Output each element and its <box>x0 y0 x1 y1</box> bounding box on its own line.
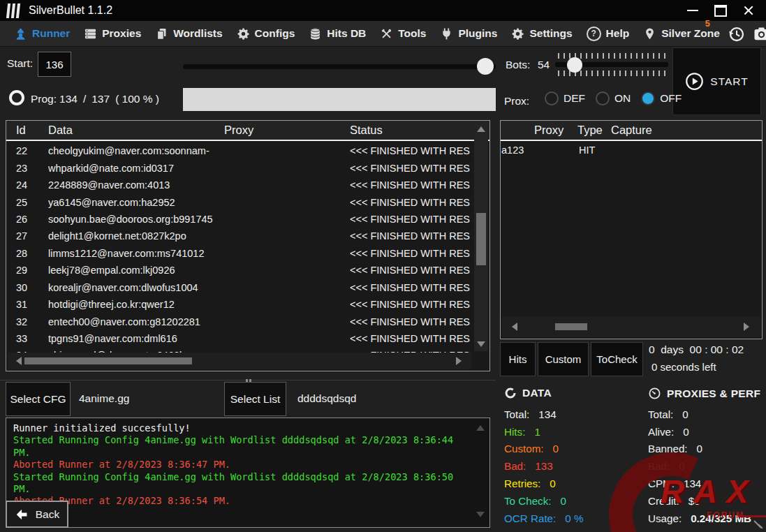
table-row[interactable]: 32 entech00@naver.com:g81202281 <<< FINI… <box>6 313 473 330</box>
table-row[interactable]: 29 leekj78@empal.com:lkj0926 <<< FINISHE… <box>6 262 473 279</box>
nav-item-help[interactable]: ? Help <box>580 27 637 41</box>
log-scroll-down-icon[interactable] <box>476 512 485 517</box>
plug-icon <box>440 27 453 40</box>
camera-icon <box>753 25 766 43</box>
table-row[interactable]: 22 cheolgyukim@naver.com:soonnam- <<< FI… <box>6 142 473 159</box>
progress-total: 137 <box>91 93 110 105</box>
scroll-right-icon[interactable] <box>456 357 462 365</box>
log-line: Aborted Runner at 2/8/2023 8:36:54 PM. <box>13 495 471 507</box>
play-icon <box>685 72 704 91</box>
back-button[interactable]: Back <box>6 501 68 528</box>
app-logo-icon <box>7 3 20 18</box>
maximize-icon <box>714 5 727 17</box>
bots-value: 54 <box>538 59 550 71</box>
minimize-button[interactable] <box>684 1 702 20</box>
progress-text: Prog:134/137( 100 % ) <box>31 93 159 105</box>
scroll-left-icon[interactable] <box>512 323 517 331</box>
tab-custom[interactable]: Custom <box>538 342 589 376</box>
table-row[interactable]: 23 whparkid@nate.com:id0317 <<< FINISHED… <box>6 159 473 176</box>
help-icon: ? <box>587 27 601 41</box>
tab-hits[interactable]: Hits <box>500 342 536 376</box>
select-list-button[interactable]: Select List <box>224 382 286 416</box>
table-row[interactable]: 25 ya6145@naver.com:ha2952 <<< FINISHED … <box>6 193 473 210</box>
hits-horizontal-scrollbar[interactable] <box>502 316 760 337</box>
start-label: Start: <box>7 57 33 70</box>
log-scroll-up-icon[interactable] <box>476 425 485 431</box>
table-row[interactable]: 31 hotdigi@threej.co.kr:qwer12 <<< FINIS… <box>6 296 473 313</box>
prox-radio-on[interactable] <box>596 91 610 105</box>
nav-item-hitsdb[interactable]: Hits DB <box>302 27 373 40</box>
stat-row: Usage: 0.24/325 MB <box>648 510 766 527</box>
table-row[interactable]: 26 soohyun.bae@dooroos.org:b991745 <<< F… <box>6 211 473 228</box>
nav-item-silver-zone[interactable]: Silver Zone 5 <box>636 27 727 40</box>
prox-radio-group: DEF ON OFF <box>545 91 682 105</box>
log-line: Runner initialized succesfully! <box>13 422 471 434</box>
results-horizontal-scrollbar[interactable] <box>8 353 471 369</box>
silverbullet-window: SilverBullet 1.1.2 Runner Proxies Wordli… <box>0 0 766 532</box>
nav-item-runner[interactable]: Runner <box>7 27 77 40</box>
start-slider[interactable] <box>183 59 496 74</box>
start-slider-thumb[interactable] <box>477 58 494 75</box>
vertical-scroll-thumb[interactable] <box>476 213 486 265</box>
bots-slider[interactable] <box>555 53 668 78</box>
start-button-label: START <box>710 75 748 88</box>
nav-item-settings[interactable]: Settings <box>504 27 579 40</box>
col-id: Id <box>16 124 48 137</box>
nav-item-proxies[interactable]: Proxies <box>77 27 148 40</box>
col-capture: Capture <box>611 124 652 137</box>
timer-remaining: 0 seconds left <box>651 361 716 373</box>
start-slider-track[interactable] <box>183 64 496 69</box>
table-row[interactable]: 30 korealjr@naver.com:dlwofus1004 <<< FI… <box>6 279 473 296</box>
timer-elapsed: 0 days 00 : 00 : 02 <box>649 343 744 356</box>
results-vertical-scrollbar[interactable] <box>474 122 488 351</box>
nav-item-plugins[interactable]: Plugins <box>433 27 504 40</box>
scroll-up-icon[interactable] <box>477 126 485 132</box>
horizontal-scroll-thumb[interactable] <box>555 323 587 330</box>
prox-label: Prox: <box>504 95 529 108</box>
start-input[interactable] <box>38 52 71 77</box>
gauge-icon <box>648 387 661 400</box>
back-arrow-icon <box>15 507 30 522</box>
nav-item-wordlists[interactable]: Wordlists <box>148 27 229 40</box>
horizontal-scroll-thumb[interactable] <box>24 357 192 364</box>
close-button[interactable] <box>739 1 758 20</box>
table-row[interactable]: 28 limms1212@naver.com:ms741012 <<< FINI… <box>6 245 473 262</box>
selected-wordlist-value: ddddsqdsqd <box>297 392 356 405</box>
title-bar: SilverBullet 1.1.2 <box>0 0 766 21</box>
stat-row: OCR Rate: 0 % <box>504 510 644 527</box>
scroll-left-icon[interactable] <box>16 357 22 365</box>
gear-icon <box>237 27 250 40</box>
minimize-icon <box>687 10 698 11</box>
nav-item-configs[interactable]: Configs <box>230 27 302 40</box>
prox-radio-off[interactable] <box>641 91 655 105</box>
select-cfg-button[interactable]: Select CFG <box>6 382 71 416</box>
table-row[interactable]: 27 delight1@kornet.net:0827k2po <<< FINI… <box>6 228 473 244</box>
bots-slider-thumb[interactable] <box>567 57 582 73</box>
wrench-icon <box>380 27 393 40</box>
runner-log[interactable]: Runner initialized succesfully! Started … <box>6 418 490 528</box>
prox-radio-def[interactable] <box>545 91 559 105</box>
stat-row: Bad: 0 <box>648 457 766 475</box>
scroll-right-icon[interactable] <box>744 323 749 331</box>
tab-tocheck[interactable]: ToCheck <box>591 342 643 376</box>
stat-row: CPM: 134 <box>648 475 766 492</box>
history-button[interactable] <box>727 24 746 43</box>
start-button[interactable]: START <box>672 47 761 115</box>
scroll-down-icon[interactable] <box>477 341 485 347</box>
results-table-header: Id Data Proxy Status <box>6 121 489 141</box>
screenshot-button[interactable] <box>752 24 766 43</box>
stat-row: Total: 134 <box>504 406 644 423</box>
maximize-button[interactable] <box>712 1 730 20</box>
stat-row: Banned: 0 <box>648 441 766 458</box>
col-status: Status <box>350 124 489 137</box>
col-type: Type <box>577 124 603 137</box>
table-row[interactable]: 33 tpgns91@naver.com:dml616 <<< FINISHED… <box>6 330 473 347</box>
stat-row: Hits: 1 <box>504 423 644 441</box>
table-row[interactable]: 34 ubi-nomad@daum.net:a2468b <<< FINISHE… <box>6 347 473 353</box>
nav-item-tools[interactable]: Tools <box>373 27 433 40</box>
table-row[interactable]: 24 2248889@naver.com:4013 <<< FINISHED W… <box>6 177 473 193</box>
log-line: Aborted Runner at 2/8/2023 8:36:47 PM. <box>13 459 471 471</box>
table-row[interactable]: a123 HIT <box>501 145 760 161</box>
col-data: Data <box>48 124 224 137</box>
bots-label: Bots: <box>506 59 530 71</box>
